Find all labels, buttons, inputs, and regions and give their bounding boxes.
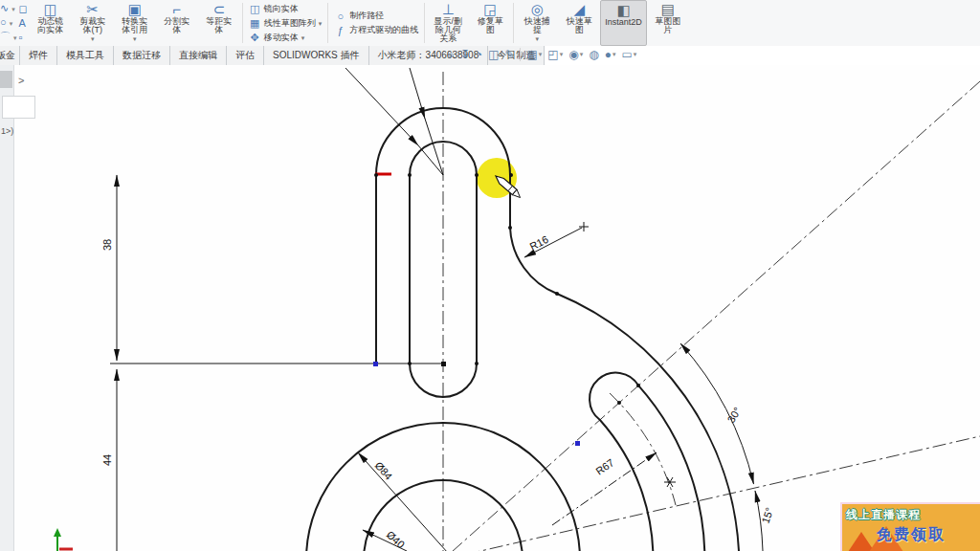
chevron-down-icon: ▾ [133, 35, 137, 42]
text-tool-button[interactable]: A [19, 17, 28, 29]
button-label: Instant2D [605, 18, 642, 27]
dim-r67-text[interactable]: R67 [593, 456, 615, 476]
solidworks-window: { "ribbon": { "mini_tools": [ {"name": "… [0, 0, 980, 551]
spline-tool-button[interactable]: ∿ ▾ [0, 2, 17, 15]
chevron-down-icon: ▾ [11, 6, 15, 12]
view-orientation-button[interactable]: ▤▾ [526, 48, 542, 61]
display-style-button[interactable]: ◰▾ [547, 48, 563, 61]
origin-triad [54, 528, 73, 551]
dim-15deg-text[interactable]: 15° [759, 506, 775, 525]
divider [424, 3, 425, 43]
curved-slot-end-cap[interactable] [590, 373, 638, 420]
point-tool-button[interactable]: ▫ [19, 32, 28, 43]
dynamic-mirror-button[interactable]: ◫ 动态镜 向实体 [30, 0, 72, 46]
relations-icon: ⊥ [442, 2, 455, 17]
dim-dia40-text[interactable]: Ø40 [385, 529, 407, 551]
convert-entities-button[interactable]: ▣ 转换实 体引用 ▾ [114, 0, 156, 46]
sketch-geometry[interactable] [306, 108, 739, 551]
slot-centerline-arc[interactable] [610, 393, 676, 505]
divider [520, 48, 521, 61]
dim-dia84-leader[interactable] [358, 452, 448, 551]
endpoint [555, 292, 559, 296]
radius-leader-outer[interactable] [410, 68, 425, 119]
tab-data-migration[interactable]: 数据迁移 [114, 46, 170, 65]
tab-sheet-metal[interactable]: 钣金 [0, 46, 20, 65]
chevron-down-icon: ▾ [319, 20, 323, 27]
apply-scene-button[interactable]: ●▾ [605, 48, 616, 61]
radius-leader-inner[interactable] [345, 68, 418, 145]
dim-30deg-text[interactable]: 30° [725, 406, 744, 425]
diagonal-centerline-42deg[interactable] [443, 81, 980, 551]
move-entities-button[interactable]: ✥ 移动实体 ▾ [249, 32, 323, 44]
zoom-area-icon: ↧ [460, 48, 470, 61]
tab-direct-editing[interactable]: 直接编辑 [170, 46, 227, 65]
divider [327, 3, 328, 43]
mirror-entities-button[interactable]: ◫ 镜向实体 [249, 3, 323, 15]
equation-curve-button[interactable]: ƒ 方程式驱动的曲线 [334, 24, 418, 36]
display-delete-relations-button[interactable]: ⊥ 显示/删 除几何 关系 [427, 0, 469, 46]
move-icon: ✥ [249, 32, 261, 44]
radius-leader-inner-ext [418, 145, 443, 175]
annotation-view-button[interactable]: ✎ [504, 48, 514, 61]
repair-sketch-button[interactable]: ◲ 修复草 图 [469, 0, 511, 46]
endpoint [509, 173, 513, 177]
make-path-button[interactable]: ○ 制作路径 [334, 10, 418, 22]
button-label: 片 [663, 26, 672, 34]
sketch-picture-button[interactable]: ▤ 草图图 片 [647, 0, 689, 46]
dimension-texts: 38 44 R16 Ø84 Ø40 R67 30° 15° [101, 233, 775, 550]
instant2d-button[interactable]: ◧ Instant2D [600, 0, 647, 46]
arc-tool-button[interactable]: ⌒ ▾ [0, 31, 17, 44]
endpoint [508, 226, 512, 230]
offset-entities-button[interactable]: ⊂ 等距实 体 [198, 0, 240, 46]
tab-mold-tools[interactable]: 模具工具 [57, 46, 114, 65]
sketch-points [373, 173, 640, 446]
y-axis-arrowhead [54, 528, 61, 537]
arc-icon: ⌒ [0, 31, 11, 42]
chevron-down-icon: ▾ [13, 34, 17, 41]
view-settings-button[interactable]: ▭▾ [621, 48, 636, 61]
spline-icon: ∿ [0, 2, 9, 13]
button-label: 关系 [439, 34, 457, 43]
equation-icon: ƒ [334, 25, 346, 36]
endpoint [475, 362, 479, 365]
construction-lines[interactable] [443, 72, 980, 551]
dim-dia84-text[interactable]: Ø84 [373, 459, 395, 481]
endpoint [408, 362, 412, 365]
button-label: 捉 [533, 26, 542, 34]
box-icon: ◻ [19, 3, 28, 14]
dim-30deg-arc[interactable] [680, 343, 754, 484]
tab-addins[interactable]: SOLIDWORKS 插件 [264, 46, 369, 65]
linear-sketch-pattern-button[interactable]: ▦ 线性草图阵列 ▾ [249, 17, 323, 30]
point-icon: ▫ [19, 32, 23, 43]
tab-weldments[interactable]: 焊件 [20, 46, 57, 65]
previous-view-button[interactable]: ◔ [476, 48, 482, 61]
split-entities-button[interactable]: ⌐ 分割实 体 [156, 0, 198, 46]
edit-appearance-button[interactable]: ◍ [589, 48, 598, 61]
dim-38-text[interactable]: 38 [101, 239, 113, 251]
ellipse-tool-button[interactable]: ○ ▾ [0, 16, 17, 30]
endpoint [475, 173, 479, 177]
zoom-fit-button[interactable]: ⌕ [448, 48, 455, 61]
hide-show-items-button[interactable]: ◉▾ [568, 48, 583, 61]
picture-icon: ▤ [661, 2, 675, 17]
path-icon: ○ [334, 11, 346, 22]
zoom-area-button[interactable]: ↧ [460, 48, 470, 61]
section-view-button[interactable]: ◫ [488, 48, 499, 61]
promo-banner[interactable]: 线上直播课程 免费领取 [840, 502, 980, 551]
dim-44-text[interactable]: 44 [101, 454, 113, 466]
headsup-view-toolbar: ⌕ ↧ ◔ ◫ ✎ ▤▾ ◰▾ ◉▾ ◍ ●▾ ▭▾ [448, 48, 636, 61]
button-label: 向实体 [37, 26, 63, 34]
quick-snaps-button[interactable]: ◎ 快速捕 捉 ▾ [516, 0, 558, 46]
box-tool-button[interactable]: ◻ [19, 3, 28, 14]
button-label: 体(T) [82, 26, 102, 34]
rapid-sketch-button[interactable]: ◢ 快速草 图 [558, 0, 600, 46]
scene-sphere-icon: ● [605, 48, 612, 61]
button-label: 移动实体 [264, 32, 299, 44]
trim-entities-button[interactable]: ✂ 剪裁实 体(T) ▾ [72, 0, 114, 46]
tab-evaluate[interactable]: 评估 [227, 46, 264, 65]
curved-slot-inner-arc[interactable] [600, 420, 654, 551]
chevron-down-icon: ▾ [535, 35, 539, 42]
graphics-area[interactable]: > 1>) [0, 65, 980, 551]
ellipse-icon: ○ [0, 16, 7, 28]
sketch-drawing: 38 44 R16 Ø84 Ø40 R67 30° 15° [0, 65, 980, 551]
